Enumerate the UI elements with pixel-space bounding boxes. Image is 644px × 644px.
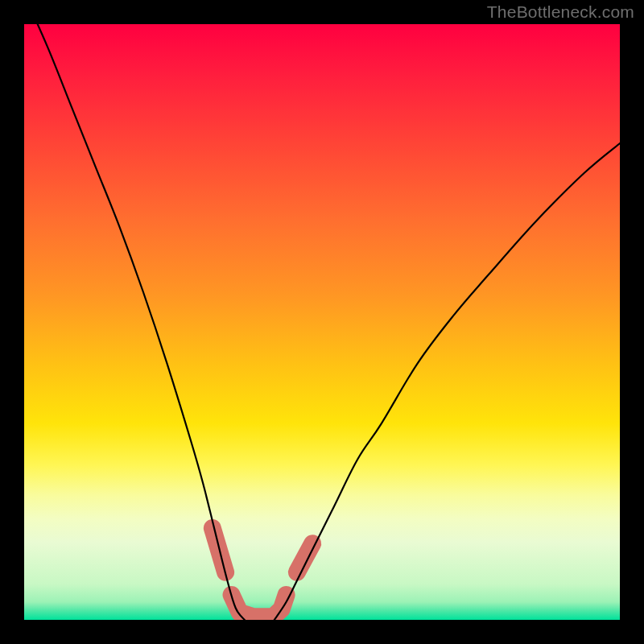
highlight-right-upper-bead — [297, 543, 312, 572]
watermark-label: TheBottleneck.com — [487, 2, 634, 22]
plot-area — [24, 24, 620, 620]
curve-overlay — [24, 24, 620, 620]
series-right-branch — [275, 143, 620, 620]
